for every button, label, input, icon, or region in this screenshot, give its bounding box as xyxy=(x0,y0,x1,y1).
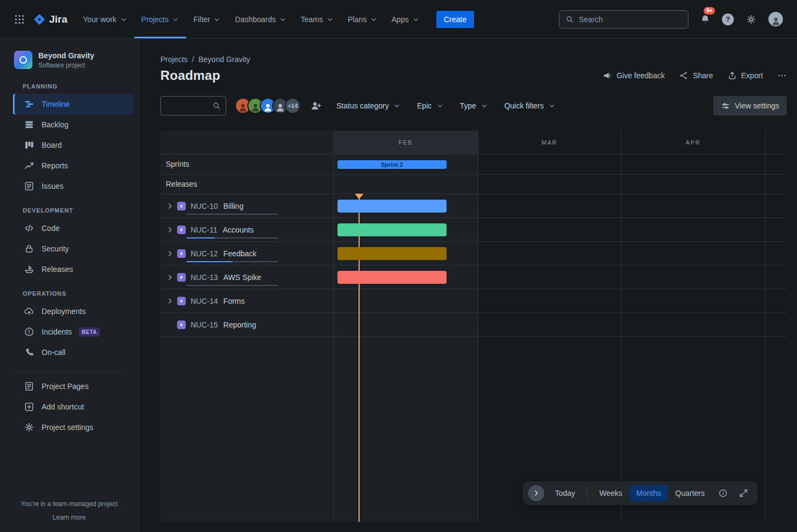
sidebar-item-add-shortcut[interactable]: Add shortcut xyxy=(13,397,134,417)
epic-bar[interactable] xyxy=(337,200,447,213)
sidebar-item-incidents[interactable]: Incidents BETA xyxy=(13,322,134,342)
chevron-right-icon[interactable] xyxy=(165,201,175,212)
settings-gear-icon[interactable] xyxy=(742,11,760,28)
profile-avatar[interactable] xyxy=(768,12,783,26)
give-feedback-button[interactable]: Give feedback xyxy=(603,71,665,80)
nav-filter[interactable]: Filter xyxy=(186,0,228,38)
epic-bar[interactable] xyxy=(337,247,447,260)
scroll-forward-icon[interactable] xyxy=(528,485,544,501)
nav-label: Projects xyxy=(141,15,169,24)
sidebar-item-security[interactable]: Security xyxy=(13,238,134,259)
nav-your-work[interactable]: Your work xyxy=(76,0,134,38)
epic-icon xyxy=(177,226,186,234)
action-label: Give feedback xyxy=(617,71,665,80)
chevron-down-icon xyxy=(213,16,221,23)
sidebar-item-issues[interactable]: Issues xyxy=(13,176,134,196)
breadcrumb: Projects / Beyond Gravity xyxy=(160,55,787,64)
chevron-down-icon xyxy=(393,102,401,110)
nav-label: Apps xyxy=(391,15,409,24)
epic-row[interactable]: NUC-13 AWS Spike xyxy=(160,265,787,289)
sprint-bar[interactable]: Sprint 2 xyxy=(337,160,447,169)
chevron-right-icon[interactable] xyxy=(165,248,175,259)
jira-logo[interactable]: Jira xyxy=(33,13,67,25)
filter-label: Status category xyxy=(336,101,389,110)
epic-bar[interactable] xyxy=(337,223,447,236)
epic-row[interactable]: NUC-11 Accounts xyxy=(160,218,787,242)
page-actions: Give feedback Share Export xyxy=(603,71,787,80)
app-switcher-icon[interactable] xyxy=(11,11,28,28)
add-people-icon[interactable] xyxy=(307,97,325,114)
epic-filter[interactable]: Epic xyxy=(417,101,443,110)
sidebar-item-backlog[interactable]: Backlog xyxy=(13,114,134,135)
sidebar-nav: PLANNING Timeline Backlog Board Reports … xyxy=(0,72,138,500)
epic-name: AWS Spike xyxy=(224,273,261,282)
epic-row[interactable]: NUC-14 Forms xyxy=(160,289,787,313)
epic-name: Billing xyxy=(224,202,244,210)
page-title: Roadmap xyxy=(160,68,220,83)
today-marker-line xyxy=(359,194,360,522)
chevron-right-icon[interactable] xyxy=(165,272,175,283)
quick-filters[interactable]: Quick filters xyxy=(504,101,556,110)
nav-plans[interactable]: Plans xyxy=(341,0,384,38)
document-icon xyxy=(24,381,35,392)
sidebar-item-deployments[interactable]: Deployments xyxy=(13,301,134,322)
chevron-down-icon xyxy=(436,102,444,110)
type-filter[interactable]: Type xyxy=(460,101,488,110)
today-marker-triangle xyxy=(355,194,363,199)
breadcrumb-project[interactable]: Beyond Gravity xyxy=(198,55,250,64)
nav-dashboards[interactable]: Dashboards xyxy=(228,0,294,38)
board-search-input[interactable] xyxy=(166,101,212,110)
epic-row[interactable]: NUC-15 Reporting xyxy=(160,313,787,337)
zoom-quarters-button[interactable]: Quarters xyxy=(669,485,711,501)
sidebar-item-reports[interactable]: Reports xyxy=(13,155,134,176)
sidebar-item-project-settings[interactable]: Project settings xyxy=(13,417,134,438)
reports-icon xyxy=(24,160,35,171)
epic-name: Feedback xyxy=(224,249,256,258)
sidebar-item-board[interactable]: Board xyxy=(13,135,134,155)
nav-apps[interactable]: Apps xyxy=(384,0,427,38)
learn-more-link[interactable]: Learn more xyxy=(11,513,127,522)
export-button[interactable]: Export xyxy=(727,71,763,80)
view-settings-label: View settings xyxy=(735,101,779,110)
notifications-button[interactable]: 9+ xyxy=(697,11,713,28)
zoom-weeks-button[interactable]: Weeks xyxy=(593,485,629,501)
info-icon[interactable] xyxy=(714,485,732,501)
status-category-filter[interactable]: Status category xyxy=(336,101,401,110)
sidebar-item-on-call[interactable]: On-call xyxy=(13,342,134,363)
fullscreen-icon[interactable] xyxy=(735,485,752,501)
global-search-input[interactable] xyxy=(579,15,682,24)
chevron-right-icon[interactable] xyxy=(165,296,175,306)
person-icon xyxy=(771,16,781,26)
epic-bar[interactable] xyxy=(337,271,447,284)
sidebar-item-label: Board xyxy=(42,141,62,149)
timeline-grid: FEB MAR APR Sprints Sprint 2 Releases NU… xyxy=(160,131,787,522)
sidebar-item-label: Project settings xyxy=(42,423,93,432)
breadcrumb-projects[interactable]: Projects xyxy=(160,55,188,64)
notification-badge: 9+ xyxy=(704,7,715,15)
help-icon[interactable]: ? xyxy=(722,13,734,25)
sidebar-item-releases[interactable]: Releases xyxy=(13,259,134,279)
epic-row[interactable]: NUC-12 Feedback xyxy=(160,242,787,265)
section-title-development: DEVELOPMENT xyxy=(13,196,134,218)
project-header[interactable]: Beyond Gravity Software project xyxy=(0,39,138,72)
chevron-down-icon xyxy=(326,16,334,23)
issues-icon xyxy=(24,181,35,192)
avatar-overflow[interactable]: +14 xyxy=(285,98,301,114)
view-settings-button[interactable]: View settings xyxy=(713,96,787,115)
nav-teams[interactable]: Teams xyxy=(294,0,341,38)
zoom-months-button[interactable]: Months xyxy=(630,485,668,501)
chevron-right-icon[interactable] xyxy=(165,224,175,235)
create-button[interactable]: Create xyxy=(436,11,474,28)
backlog-icon xyxy=(24,119,35,130)
sidebar-item-timeline[interactable]: Timeline xyxy=(13,94,134,114)
sidebar-item-label: Incidents xyxy=(42,328,72,336)
share-button[interactable]: Share xyxy=(679,71,713,80)
nav-projects[interactable]: Projects xyxy=(134,0,187,38)
sidebar-item-project-pages[interactable]: Project Pages xyxy=(13,376,134,397)
more-actions-button[interactable] xyxy=(777,71,787,80)
sidebar-item-label: Reports xyxy=(42,161,68,170)
today-button[interactable]: Today xyxy=(549,485,582,501)
epic-row[interactable]: NUC-10 Billing xyxy=(160,194,787,218)
sidebar-item-code[interactable]: Code xyxy=(13,218,134,238)
sprints-label: Sprints xyxy=(160,154,190,174)
